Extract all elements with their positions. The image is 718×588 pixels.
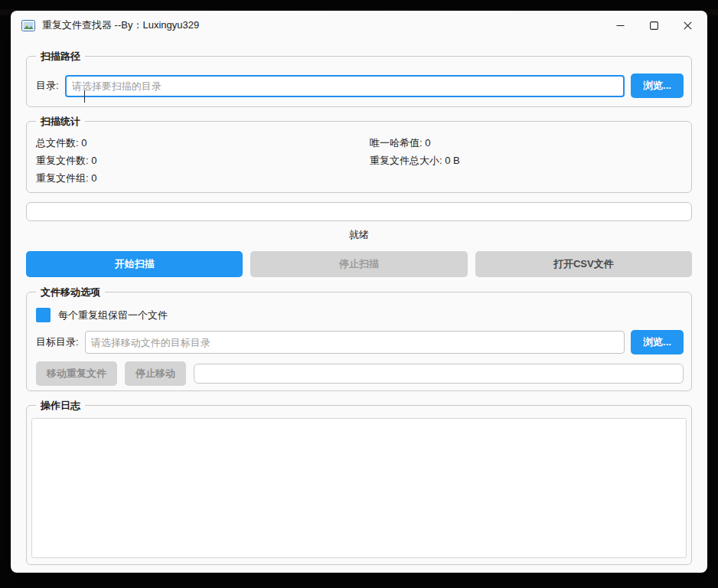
move-progress-bar (194, 364, 684, 384)
stat-duplicate-total-size-value: 0 B (445, 155, 460, 166)
app-window: 重复文件查找器 --By：Luxingyu329 扫描路径 目录: 浏览... … (11, 11, 707, 573)
log-text-area[interactable] (31, 418, 687, 558)
stats-left-column: 总文件数: 0 重复文件数: 0 重复文件组: 0 (36, 137, 370, 184)
scan-progress-bar (26, 202, 692, 221)
keep-one-label: 每个重复组保留一个文件 (58, 309, 168, 322)
stat-duplicate-files: 重复文件数: 0 (36, 155, 370, 166)
stat-duplicate-total-size: 重复文件总大小: 0 B (370, 155, 682, 166)
directory-label: 目录: (36, 79, 59, 93)
move-duplicates-button[interactable]: 移动重复文件 (36, 361, 117, 386)
minimize-icon (616, 21, 625, 30)
stop-move-button[interactable]: 停止移动 (125, 361, 186, 386)
stat-duplicate-groups: 重复文件组: 0 (36, 172, 370, 184)
close-button[interactable] (671, 11, 704, 40)
maximize-icon (650, 21, 658, 30)
move-options-group: 文件移动选项 每个重复组保留一个文件 目标目录: 浏览... 移动重复文件 停止… (26, 292, 692, 391)
target-directory-label: 目标目录: (36, 335, 79, 349)
operation-log-group: 操作日志 (26, 405, 692, 565)
browse-scan-button[interactable]: 浏览... (631, 74, 684, 98)
titlebar: 重复文件查找器 --By：Luxingyu329 (11, 11, 707, 40)
scan-directory-input[interactable] (65, 75, 625, 97)
close-icon (684, 21, 692, 30)
scan-stats-group: 扫描统计 总文件数: 0 重复文件数: 0 重复文件组: 0 (26, 121, 692, 193)
window-content: 扫描路径 目录: 浏览... 扫描统计 总文件数: 0 重复文件数: 0 (11, 56, 707, 565)
stat-unique-hashes-value: 0 (425, 137, 430, 149)
operation-log-legend: 操作日志 (36, 399, 85, 412)
browse-target-button[interactable]: 浏览... (631, 330, 684, 354)
scan-stats-legend: 扫描统计 (36, 115, 85, 128)
stat-unique-hashes: 唯一哈希值: 0 (370, 137, 682, 149)
minimize-button[interactable] (603, 11, 637, 40)
text-caret (84, 90, 85, 103)
status-text: 就绪 (26, 228, 692, 242)
main-actions-row: 开始扫描 停止扫描 打开CSV文件 (26, 251, 692, 277)
target-directory-input[interactable] (85, 331, 625, 354)
app-icon (21, 20, 35, 31)
stat-total-files: 总文件数: 0 (36, 137, 370, 149)
scan-path-group: 扫描路径 目录: 浏览... (26, 56, 692, 107)
stat-duplicate-groups-value: 0 (91, 172, 96, 184)
stop-scan-button[interactable]: 停止扫描 (250, 251, 467, 277)
scan-path-legend: 扫描路径 (36, 50, 85, 63)
start-scan-button[interactable]: 开始扫描 (26, 251, 243, 277)
keep-one-checkbox[interactable] (36, 308, 51, 322)
stat-total-files-value: 0 (81, 137, 86, 149)
move-options-legend: 文件移动选项 (36, 286, 105, 299)
window-title: 重复文件查找器 --By：Luxingyu329 (42, 18, 199, 32)
stat-duplicate-files-value: 0 (91, 155, 96, 166)
open-csv-button[interactable]: 打开CSV文件 (475, 251, 692, 277)
maximize-button[interactable] (637, 11, 671, 40)
stats-right-column: 唯一哈希值: 0 重复文件总大小: 0 B (370, 137, 682, 184)
